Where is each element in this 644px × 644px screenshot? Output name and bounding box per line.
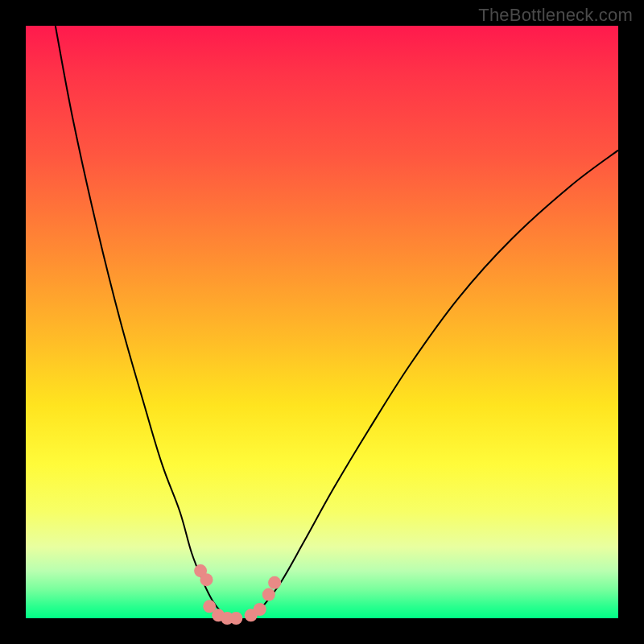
data-marker bbox=[262, 588, 275, 601]
data-marker bbox=[200, 573, 213, 586]
watermark-label: TheBottleneck.com bbox=[478, 5, 633, 26]
marker-group bbox=[194, 564, 281, 625]
curve-layer bbox=[26, 26, 618, 618]
right-curve bbox=[251, 151, 618, 618]
left-curve bbox=[56, 26, 227, 618]
data-marker bbox=[229, 612, 242, 625]
data-marker bbox=[268, 576, 281, 589]
chart-frame: TheBottleneck.com bbox=[0, 0, 644, 644]
data-marker bbox=[254, 603, 266, 616]
